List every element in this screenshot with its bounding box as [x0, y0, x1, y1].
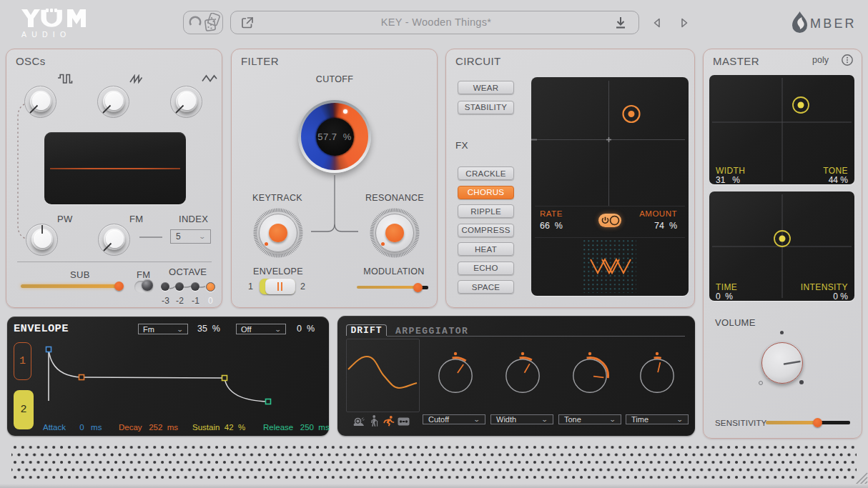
svg-text:AUDIO: AUDIO — [21, 30, 71, 39]
